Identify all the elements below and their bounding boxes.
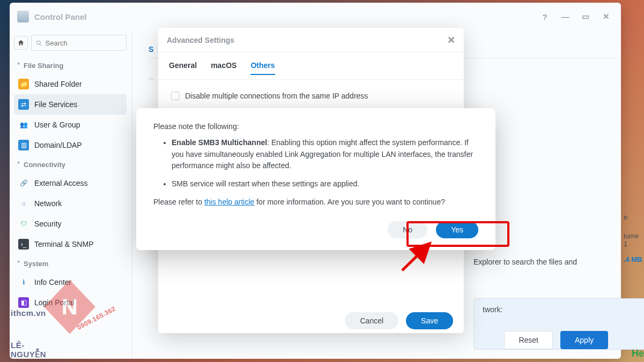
app-icon — [17, 11, 29, 22]
confirm-footer: No Yes — [153, 221, 478, 238]
close-icon[interactable]: ✕ — [598, 9, 613, 24]
info-icon: ℹ — [18, 277, 29, 288]
search-icon — [36, 40, 42, 47]
help-icon[interactable]: ? — [537, 9, 552, 24]
services-icon: ⇄ — [18, 99, 29, 110]
modal-header: Advanced Settings ✕ — [158, 28, 464, 52]
no-button[interactable]: No — [388, 221, 427, 238]
titlebar: Control Panel ? — ▭ ✕ — [10, 3, 621, 31]
confirm-lead: Please note the following: — [153, 122, 478, 131]
svg-line-1 — [40, 43, 41, 45]
reset-button[interactable]: Reset — [504, 331, 553, 349]
sidebar-item-label: Shared Folder — [34, 80, 82, 88]
confirm-list: Enable SMB3 Multichannel: Enabling this … — [153, 137, 478, 190]
sidebar-item-security[interactable]: 🛡Security — [14, 214, 127, 234]
sidebar-item-label: User & Group — [34, 120, 80, 129]
bg-text: .4 MB — [624, 255, 642, 263]
sidebar-item-label: Terminal & SNMP — [34, 240, 93, 248]
sidebar-item-label: Security — [34, 220, 62, 228]
section-label: File Sharing — [24, 62, 63, 70]
sidebar-item-domain-ldap[interactable]: ▥Domain/LDAP — [14, 135, 127, 155]
section-system[interactable]: ˄System — [14, 254, 127, 272]
minimize-icon[interactable]: — — [558, 9, 573, 24]
modal-footer: Cancel Save — [158, 305, 464, 337]
modal-tabs: General macOS Others — [158, 52, 464, 80]
section-connectivity[interactable]: ˄Connectivity — [14, 155, 127, 173]
tab-macos[interactable]: macOS — [211, 61, 236, 75]
main-tab-cut[interactable]: S — [149, 45, 153, 54]
tab-others[interactable]: Others — [250, 61, 275, 75]
shield-icon: 🛡 — [18, 218, 29, 229]
checkbox-disable-multi-ip[interactable]: Disable multiple connections from the sa… — [171, 92, 451, 100]
save-button[interactable]: Save — [406, 312, 453, 329]
cancel-button[interactable]: Cancel — [345, 312, 398, 329]
link-icon: 🔗 — [18, 178, 29, 188]
bg-text: e — [624, 213, 627, 221]
sidebar-item-label: Login Portal — [34, 298, 75, 307]
section-label: System — [24, 260, 48, 268]
confirm-bullet-1: Enable SMB3 Multichannel: Enabling this … — [172, 137, 478, 172]
users-icon: 👥 — [18, 119, 29, 130]
sidebar-item-external-access[interactable]: 🔗External Access — [14, 173, 127, 193]
sidebar-item-label: File Services — [34, 100, 77, 109]
sidebar-item-shared-folder[interactable]: 📁Shared Folder — [14, 74, 127, 94]
apply-button[interactable]: Apply — [560, 331, 608, 349]
sidebar-item-network[interactable]: ⌂Network — [14, 193, 127, 214]
footer-buttons: Reset Apply — [504, 331, 608, 349]
collapse-icon[interactable]: ︿ — [149, 73, 155, 82]
sidebar-item-label: External Access — [34, 179, 88, 187]
search-field[interactable] — [46, 39, 122, 47]
chevron-up-icon: ˄ — [17, 161, 20, 168]
sidebar-item-file-services[interactable]: ⇄File Services — [14, 94, 127, 115]
confirm-ref: Please refer to this help article for mo… — [153, 198, 478, 206]
sidebar-item-user-group[interactable]: 👥User & Group — [14, 115, 127, 135]
bg-text: lume 1 — [624, 232, 644, 248]
confirm-dialog: Please note the following: Enable SMB3 M… — [136, 108, 495, 250]
terminal-icon: ›_ — [18, 239, 29, 250]
home-icon[interactable] — [14, 36, 28, 50]
network-icon: ⌂ — [18, 198, 29, 209]
help-text-fragment: Explorer to search the files and — [473, 258, 577, 266]
modal-close-icon[interactable]: ✕ — [447, 34, 455, 46]
sidebar-item-label: Domain/LDAP — [34, 141, 82, 149]
bg-text: He — [632, 348, 644, 359]
search-input[interactable] — [31, 35, 127, 51]
sidebar-item-login-portal[interactable]: ◧Login Portal — [14, 292, 127, 313]
portal-icon: ◧ — [18, 297, 29, 308]
tab-general[interactable]: General — [169, 61, 197, 75]
chevron-up-icon: ˄ — [17, 62, 20, 69]
window-title: Control Panel — [34, 12, 87, 21]
domain-icon: ▥ — [18, 140, 29, 150]
sidebar-item-terminal-snmp[interactable]: ›_Terminal & SNMP — [14, 234, 127, 254]
modal-title: Advanced Settings — [167, 36, 234, 44]
maximize-icon[interactable]: ▭ — [578, 9, 593, 24]
chevron-up-icon: ˄ — [17, 260, 20, 267]
section-label: Connectivity — [24, 161, 65, 169]
ref-pre: Please refer to — [153, 198, 204, 206]
yes-button[interactable]: Yes — [436, 221, 478, 238]
confirm-bullet-2: SMB service will restart when these sett… — [172, 178, 478, 190]
ref-post: for more information. Are you sure you w… — [254, 198, 445, 206]
sidebar-item-label: Info Center — [34, 278, 71, 286]
sidebar-item-label: Network — [34, 199, 62, 208]
checkbox-icon — [171, 92, 180, 100]
help-article-link[interactable]: this help article — [204, 198, 254, 206]
section-file-sharing[interactable]: ˄File Sharing — [14, 56, 127, 74]
checkbox-label: Disable multiple connections from the sa… — [185, 92, 368, 100]
info-text: twork: — [483, 305, 502, 314]
sidebar-item-info-center[interactable]: ℹInfo Center — [14, 272, 127, 292]
bullet-bold: Enable SMB3 Multichannel — [172, 138, 267, 147]
sidebar: ˄File Sharing 📁Shared Folder ⇄File Servi… — [10, 31, 132, 359]
svg-point-0 — [36, 41, 40, 44]
folder-icon: 📁 — [18, 79, 29, 89]
